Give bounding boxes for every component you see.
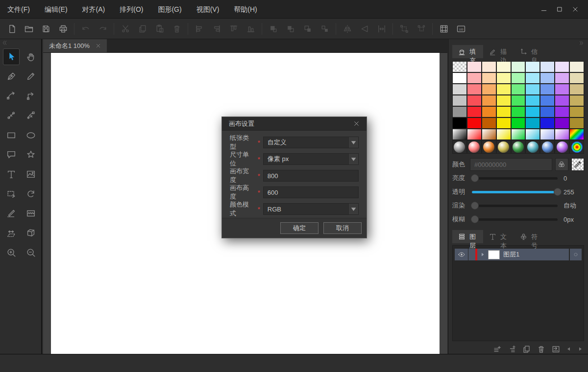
palette-swatch[interactable] [497,62,511,72]
palette-swatch[interactable] [570,118,584,128]
prev-page-button[interactable] [566,346,572,352]
palette-swatch[interactable] [512,62,525,72]
duplicate-layer-button[interactable] [522,345,531,354]
tab-symbols[interactable]: 符号 [514,230,545,243]
palette-swatch[interactable] [467,107,481,117]
palette-swatch[interactable] [467,84,481,94]
palette-swatch[interactable] [570,73,584,83]
tool-crop[interactable] [3,186,20,202]
palette-swatch[interactable] [512,129,525,140]
tool-polyline[interactable] [23,88,39,104]
brightness-slider[interactable] [472,177,558,180]
palette-swatch[interactable] [540,129,554,140]
tool-select[interactable] [3,48,20,65]
tool-ellipse[interactable] [23,127,39,143]
render-slider[interactable] [472,205,558,207]
palette-swatch[interactable] [526,95,539,106]
size-unit-dropdown-button[interactable] [348,154,358,164]
tool-pen[interactable] [3,68,20,85]
palette-swatch[interactable] [482,95,496,106]
layer-options-button[interactable] [551,345,561,354]
size-unit-input[interactable] [264,154,358,164]
close-button[interactable] [571,5,579,13]
palette-swatch[interactable] [467,140,481,153]
ok-button[interactable]: 确定 [280,222,318,234]
palette-swatch[interactable] [540,95,554,106]
palette-swatch[interactable] [570,62,584,72]
tool-zoom-in[interactable] [3,244,20,261]
palette-swatch[interactable] [453,107,466,117]
tool-box-3d[interactable] [23,225,39,241]
palette-swatch[interactable] [482,62,496,72]
tool-zigzag[interactable] [23,205,39,222]
menu-item-0[interactable]: 文件(F) [0,0,37,18]
tool-break-nodes[interactable] [23,107,39,124]
palette-swatch[interactable] [540,107,554,117]
palette-swatch[interactable] [540,84,554,94]
layer-row[interactable]: 图层1 [455,249,582,260]
palette-swatch[interactable] [555,118,569,128]
palette-swatch[interactable] [555,84,569,94]
tab-stroke[interactable]: 描边 [483,45,514,58]
palette-swatch[interactable] [467,73,481,83]
color-mode-dropdown-button[interactable] [348,204,358,214]
palette-swatch[interactable] [453,129,466,140]
palette-swatch[interactable] [482,107,496,117]
tool-bezier-curve[interactable] [3,88,20,104]
tool-connect-nodes[interactable] [3,107,20,124]
palette-swatch[interactable] [453,118,466,128]
canvas-width-field[interactable] [263,170,359,182]
minimize-button[interactable] [540,5,548,13]
layer-expand-icon[interactable] [480,252,486,257]
menu-item-6[interactable]: 帮助(H) [226,0,264,18]
add-layer-button[interactable] [492,345,502,354]
palette-swatch[interactable] [467,95,481,106]
palette-swatch[interactable] [540,118,554,128]
slider-thumb[interactable] [471,202,479,209]
menu-item-1[interactable]: 编辑(E) [37,0,75,18]
next-page-button[interactable] [577,346,583,352]
tool-callout[interactable] [3,146,20,163]
palette-swatch[interactable] [512,140,525,153]
palette-swatch[interactable] [482,118,496,128]
paper-type-dropdown-button[interactable] [348,137,358,148]
palette-swatch[interactable] [482,84,496,94]
palette-swatch[interactable] [526,129,539,140]
collapse-panel-icon[interactable] [579,41,584,46]
print-button[interactable] [54,22,72,36]
palette-swatch[interactable] [453,62,466,72]
new-file-button[interactable] [3,22,20,36]
slider-thumb[interactable] [554,188,562,196]
save-button[interactable] [37,22,54,36]
palette-swatch[interactable] [570,129,584,140]
dialog-title-bar[interactable]: 画布设置 [222,117,367,131]
paper-type-input[interactable] [264,137,358,148]
palette-swatch[interactable] [526,107,539,117]
tool-rotate[interactable] [23,186,39,202]
color-wheel-button[interactable] [555,158,568,171]
palette-swatch[interactable] [497,140,511,153]
palette-swatch[interactable] [453,84,466,94]
palette-swatch[interactable] [482,129,496,140]
palette-swatch[interactable] [467,62,481,72]
tool-image[interactable] [23,166,39,183]
palette-swatch[interactable] [570,140,584,153]
tab-layers[interactable]: 图层 [452,230,483,243]
palette-swatch[interactable] [555,140,569,153]
open-file-button[interactable] [20,22,37,36]
dialog-close-icon[interactable] [353,120,360,127]
palette-swatch[interactable] [540,140,554,153]
palette-swatch[interactable] [526,140,539,153]
maximize-button[interactable] [556,5,564,13]
palette-swatch[interactable] [512,73,525,83]
palette-swatch[interactable] [512,95,525,106]
palette-swatch[interactable] [467,129,481,140]
palette-swatch[interactable] [453,95,466,106]
tool-knife[interactable] [3,205,20,222]
layer-row-body[interactable]: 图层1 [468,249,569,260]
palette-swatch[interactable] [540,73,554,83]
palette-swatch[interactable] [467,118,481,128]
canvas-width-input[interactable] [264,170,358,181]
menu-item-2[interactable]: 对齐(A) [75,0,113,18]
layer-lock-toggle[interactable] [570,249,582,260]
